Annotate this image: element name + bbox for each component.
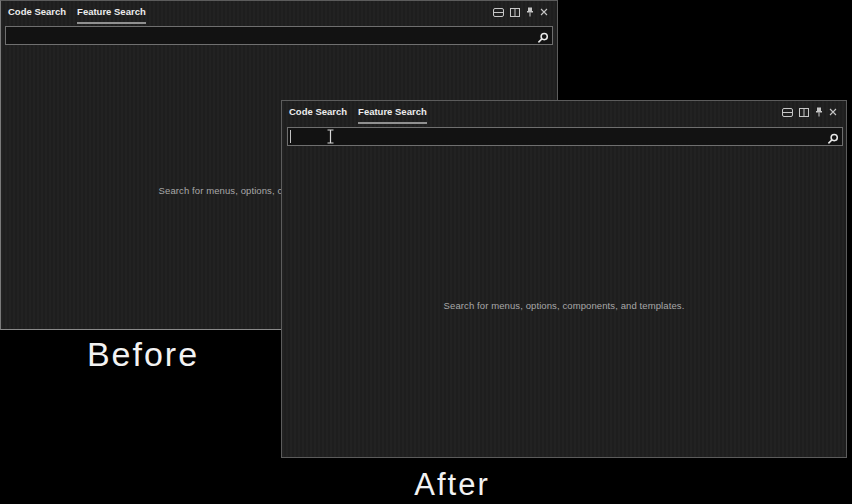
dock-vertical-icon[interactable] xyxy=(510,8,520,17)
pin-icon[interactable] xyxy=(526,7,534,17)
search-icon[interactable] xyxy=(537,30,549,48)
close-icon[interactable] xyxy=(540,8,548,16)
search-input[interactable] xyxy=(5,26,553,45)
dock-vertical-icon[interactable] xyxy=(799,108,809,117)
close-icon[interactable] xyxy=(829,108,837,116)
tab-feature-search[interactable]: Feature Search xyxy=(358,106,427,124)
dock-horizontal-icon[interactable] xyxy=(493,8,504,17)
tab-bar: Code Search Feature Search xyxy=(289,106,427,124)
tab-bar: Code Search Feature Search xyxy=(8,6,146,24)
after-window: Code Search Feature Search Search for me… xyxy=(281,100,847,458)
pin-icon[interactable] xyxy=(815,107,823,117)
search-icon[interactable] xyxy=(827,131,839,149)
window-controls xyxy=(493,7,548,17)
tab-feature-search[interactable]: Feature Search xyxy=(77,6,146,24)
before-caption: Before xyxy=(87,337,199,371)
window-controls xyxy=(782,107,837,117)
search-hint-text: Search for menus, options, components, a… xyxy=(282,300,846,311)
tab-code-search[interactable]: Code Search xyxy=(8,6,66,24)
ibeam-cursor xyxy=(326,129,335,148)
text-caret xyxy=(290,130,291,143)
dock-horizontal-icon[interactable] xyxy=(782,108,793,117)
tab-code-search[interactable]: Code Search xyxy=(289,106,347,124)
after-caption: After xyxy=(414,469,489,500)
search-input[interactable] xyxy=(287,127,843,146)
